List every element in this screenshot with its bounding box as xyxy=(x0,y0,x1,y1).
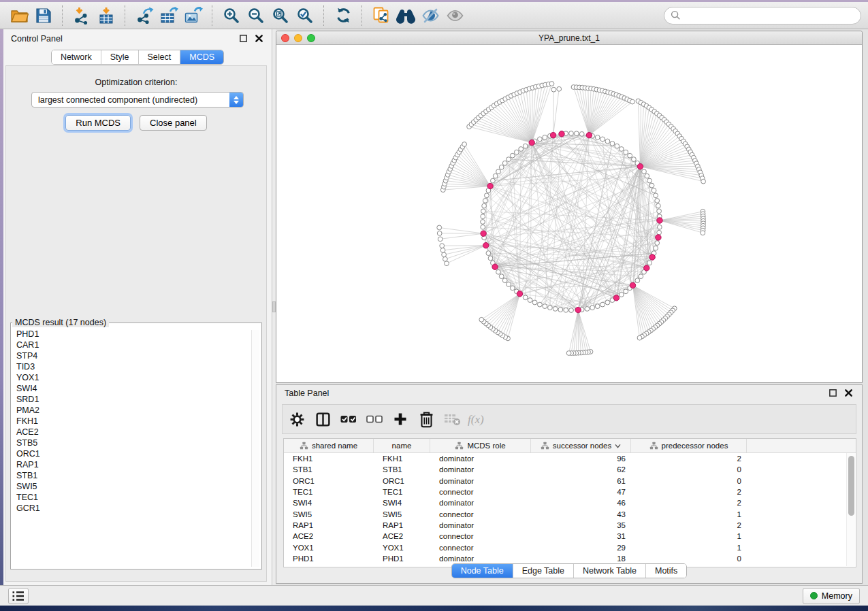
mcds-result-list[interactable]: PHD1CAR1STP4TID3YOX1SWI4SRD1PMA2FKH1ACE2… xyxy=(14,329,250,567)
cell-predecessor-nodes[interactable]: 2 xyxy=(631,488,747,496)
mcds-result-item[interactable]: TID3 xyxy=(14,361,250,372)
open-file-button[interactable] xyxy=(7,5,31,27)
network-window-titlebar[interactable]: YPA_prune.txt_1 xyxy=(276,31,862,45)
zoom-fit-button[interactable] xyxy=(269,5,292,27)
mcds-result-item[interactable]: STP4 xyxy=(14,350,250,361)
mcds-result-item[interactable]: SRD1 xyxy=(14,394,250,405)
select-all-button[interactable] xyxy=(338,409,359,429)
search-box[interactable] xyxy=(664,7,861,24)
tab-select[interactable]: Select xyxy=(139,50,181,64)
mcds-result-item[interactable]: SWI5 xyxy=(14,481,250,492)
refresh-button[interactable] xyxy=(332,5,355,27)
criterion-select[interactable]: largest connected component (undirected) xyxy=(31,92,244,108)
tab-network-table[interactable]: Network Table xyxy=(574,564,646,578)
column-header-predecessor-nodes[interactable]: predecessor nodes xyxy=(631,439,747,452)
cell-mcds-role[interactable]: connector xyxy=(430,488,531,496)
mcds-result-item[interactable]: RAP1 xyxy=(14,459,250,470)
mcds-result-item[interactable]: STB1 xyxy=(14,470,250,481)
cell-shared-name[interactable]: SWI4 xyxy=(284,499,374,507)
mcds-result-item[interactable]: CAR1 xyxy=(14,340,250,350)
cell-name[interactable]: YOX1 xyxy=(374,544,430,552)
table-row[interactable]: SWI4SWI4dominator462 xyxy=(284,497,856,508)
cell-mcds-role[interactable]: connector xyxy=(430,510,531,518)
cell-name[interactable]: SWI4 xyxy=(374,499,430,507)
cell-successor-nodes[interactable]: 61 xyxy=(531,477,631,485)
table-row[interactable]: PHD1PHD1dominator180 xyxy=(284,553,856,564)
network-canvas[interactable] xyxy=(276,45,862,383)
cell-shared-name[interactable]: TEC1 xyxy=(284,488,374,496)
table-row[interactable]: RAP1RAP1dominator352 xyxy=(284,520,856,531)
search-input[interactable] xyxy=(684,10,854,21)
cell-predecessor-nodes[interactable]: 2 xyxy=(631,521,747,529)
cell-successor-nodes[interactable]: 43 xyxy=(531,510,631,518)
mcds-result-item[interactable]: SWI4 xyxy=(14,383,250,394)
table-row[interactable]: ACE2ACE2connector311 xyxy=(284,531,856,542)
mcds-result-item[interactable]: PHD1 xyxy=(14,329,250,340)
cell-successor-nodes[interactable]: 31 xyxy=(531,532,631,540)
cell-predecessor-nodes[interactable]: 1 xyxy=(631,532,747,540)
cell-predecessor-nodes[interactable]: 1 xyxy=(631,510,747,518)
table-row[interactable]: ORC1ORC1dominator610 xyxy=(284,476,856,486)
mcds-result-item[interactable]: ORC1 xyxy=(14,448,250,459)
mcds-result-item[interactable]: YOX1 xyxy=(14,372,250,383)
mcds-result-item[interactable]: TEC1 xyxy=(14,492,250,503)
cell-shared-name[interactable]: FKH1 xyxy=(284,455,374,463)
cell-name[interactable]: SWI5 xyxy=(374,510,430,518)
close-panel-action-button[interactable]: Close panel xyxy=(140,115,207,131)
cell-mcds-role[interactable]: connector xyxy=(430,544,531,552)
column-header-successor-nodes[interactable]: successor nodes xyxy=(531,439,631,452)
cell-shared-name[interactable]: SWI5 xyxy=(284,510,374,518)
import-network-button[interactable] xyxy=(70,5,93,27)
cell-name[interactable]: FKH1 xyxy=(374,455,430,463)
zoom-selected-button[interactable] xyxy=(293,5,317,27)
save-session-button[interactable] xyxy=(32,5,55,27)
cell-successor-nodes[interactable]: 35 xyxy=(531,521,631,529)
cell-mcds-role[interactable]: dominator xyxy=(430,477,531,485)
cell-successor-nodes[interactable]: 18 xyxy=(531,555,631,563)
cell-mcds-role[interactable]: connector xyxy=(430,532,531,540)
memory-button[interactable]: Memory xyxy=(803,588,860,604)
mcds-result-item[interactable]: PMA2 xyxy=(14,405,250,416)
table-scrollbar[interactable] xyxy=(846,453,855,566)
cell-predecessor-nodes[interactable]: 2 xyxy=(631,455,747,463)
export-table-button[interactable] xyxy=(157,5,180,27)
add-column-button[interactable] xyxy=(390,409,411,429)
run-mcds-button[interactable]: Run MCDS xyxy=(65,115,131,131)
cell-mcds-role[interactable]: dominator xyxy=(430,499,531,507)
table-row[interactable]: SWI5SWI5connector431 xyxy=(284,508,856,519)
zoom-in-button[interactable] xyxy=(220,5,243,27)
cell-mcds-role[interactable]: dominator xyxy=(430,521,531,529)
table-scrollbar-thumb[interactable] xyxy=(848,456,854,516)
tab-network[interactable]: Network xyxy=(52,50,101,64)
float-table-panel-button[interactable] xyxy=(827,388,838,399)
cell-predecessor-nodes[interactable]: 0 xyxy=(631,477,747,485)
binoculars-button[interactable] xyxy=(394,5,417,27)
cell-shared-name[interactable]: PHD1 xyxy=(284,555,374,563)
tab-motifs[interactable]: Motifs xyxy=(646,564,686,578)
network-leaf-nodes[interactable] xyxy=(437,82,706,356)
column-header-shared-name[interactable]: shared name xyxy=(284,439,374,452)
show-all-button[interactable] xyxy=(443,5,466,27)
float-panel-button[interactable] xyxy=(238,33,248,44)
cell-shared-name[interactable]: RAP1 xyxy=(284,521,374,529)
close-panel-button[interactable] xyxy=(253,33,264,44)
cell-predecessor-nodes[interactable]: 2 xyxy=(631,499,747,507)
cell-name[interactable]: ACE2 xyxy=(374,532,430,540)
cell-name[interactable]: TEC1 xyxy=(374,488,430,496)
close-table-panel-button[interactable] xyxy=(843,388,854,399)
cell-shared-name[interactable]: YOX1 xyxy=(284,544,374,552)
function-builder-button[interactable]: f(x) xyxy=(468,409,488,429)
mcds-result-item[interactable]: STB5 xyxy=(14,437,250,448)
column-visibility-button[interactable] xyxy=(312,409,333,429)
mcds-result-item[interactable]: GCR1 xyxy=(14,503,250,514)
cell-name[interactable]: PHD1 xyxy=(374,555,430,563)
mcds-result-item[interactable]: FKH1 xyxy=(14,416,250,427)
cell-successor-nodes[interactable]: 47 xyxy=(531,488,631,496)
deselect-all-button[interactable] xyxy=(364,409,385,429)
tab-node-table[interactable]: Node Table xyxy=(452,564,513,578)
table-settings-button[interactable] xyxy=(287,409,307,429)
cell-name[interactable]: STB1 xyxy=(374,465,430,474)
cell-mcds-role[interactable]: dominator xyxy=(430,455,531,463)
cell-shared-name[interactable]: STB1 xyxy=(284,465,374,474)
cell-mcds-role[interactable]: dominator xyxy=(430,465,531,474)
